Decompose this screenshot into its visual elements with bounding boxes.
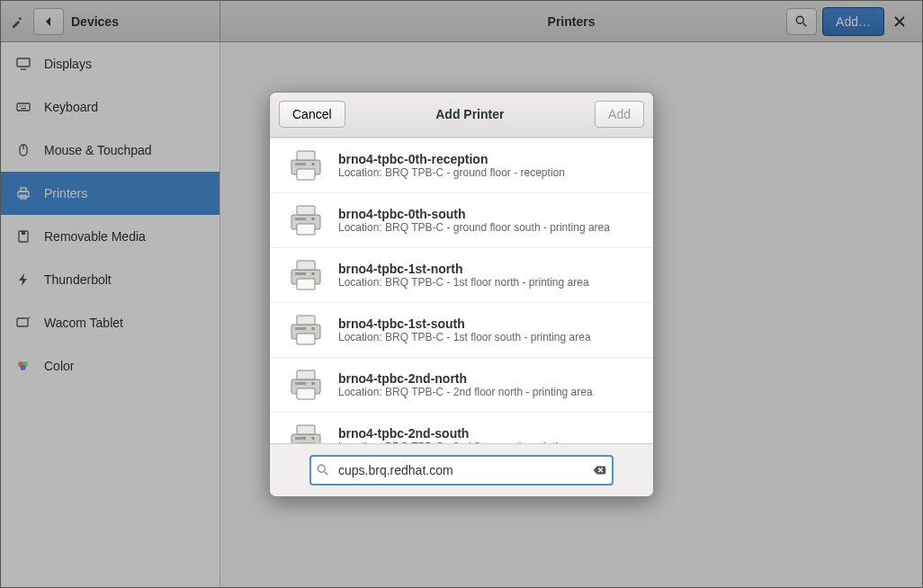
svg-rect-37 bbox=[297, 316, 315, 325]
svg-point-30 bbox=[311, 217, 315, 220]
add-confirm-button[interactable]: Add bbox=[595, 101, 644, 128]
svg-rect-27 bbox=[297, 206, 315, 215]
printer-name: brno4-tpbc-1st-south bbox=[338, 316, 637, 331]
svg-rect-29 bbox=[295, 218, 306, 220]
svg-rect-47 bbox=[297, 425, 315, 434]
svg-point-40 bbox=[311, 326, 315, 330]
svg-rect-43 bbox=[297, 388, 315, 399]
printer-location: Location: BRQ TPB-C - ground floor - rec… bbox=[338, 166, 637, 179]
printer-info: brno4-tpbc-0th-south Location: BRQ TPB-C… bbox=[338, 207, 637, 234]
svg-rect-23 bbox=[297, 169, 315, 180]
svg-rect-44 bbox=[295, 382, 306, 385]
search-icon bbox=[317, 464, 329, 477]
printer-info: brno4-tpbc-2nd-south Location: BRQ TPB-C… bbox=[338, 426, 637, 443]
svg-rect-39 bbox=[295, 327, 306, 330]
printer-info: brno4-tpbc-0th-reception Location: BRQ T… bbox=[338, 152, 637, 179]
printer-row[interactable]: brno4-tpbc-1st-south Location: BRQ TPB-C… bbox=[270, 303, 653, 358]
svg-line-52 bbox=[325, 471, 328, 475]
printer-row[interactable]: brno4-tpbc-2nd-south Location: BRQ TPB-C… bbox=[270, 413, 653, 443]
printer-row[interactable]: brno4-tpbc-1st-north Location: BRQ TPB-C… bbox=[270, 248, 653, 303]
printer-location: Location: BRQ TPB-C - ground floor south… bbox=[338, 221, 637, 234]
printer-row[interactable]: brno4-tpbc-2nd-north Location: BRQ TPB-C… bbox=[270, 358, 653, 413]
printer-info: brno4-tpbc-1st-north Location: BRQ TPB-C… bbox=[338, 262, 637, 289]
add-printer-dialog: Cancel Add Printer Add brno4-tpbc-0th-re… bbox=[269, 92, 654, 497]
svg-point-50 bbox=[311, 436, 315, 440]
dialog-header: Cancel Add Printer Add bbox=[270, 93, 653, 138]
printer-list[interactable]: brno4-tpbc-0th-reception Location: BRQ T… bbox=[270, 138, 653, 443]
printer-name: brno4-tpbc-2nd-north bbox=[338, 371, 637, 386]
svg-rect-28 bbox=[297, 224, 315, 235]
printer-info: brno4-tpbc-2nd-north Location: BRQ TPB-C… bbox=[338, 371, 637, 398]
svg-rect-22 bbox=[297, 151, 315, 160]
clear-icon[interactable] bbox=[592, 463, 606, 477]
printer-name: brno4-tpbc-0th-south bbox=[338, 207, 637, 221]
search-input[interactable] bbox=[309, 455, 614, 486]
modal-overlay: Cancel Add Printer Add brno4-tpbc-0th-re… bbox=[1, 1, 922, 587]
cancel-button[interactable]: Cancel bbox=[279, 101, 345, 128]
printer-row[interactable]: brno4-tpbc-0th-south Location: BRQ TPB-C… bbox=[270, 193, 653, 248]
svg-rect-49 bbox=[295, 437, 306, 440]
printer-location: Location: BRQ TPB-C - 1st floor north - … bbox=[338, 276, 637, 289]
svg-rect-42 bbox=[297, 370, 315, 379]
printer-name: brno4-tpbc-2nd-south bbox=[338, 426, 637, 441]
printer-device-icon bbox=[286, 146, 326, 185]
printer-device-icon bbox=[286, 255, 326, 295]
dialog-search-bar bbox=[270, 443, 653, 496]
svg-point-35 bbox=[311, 272, 315, 275]
svg-rect-24 bbox=[295, 163, 306, 165]
svg-point-51 bbox=[318, 465, 325, 472]
svg-rect-38 bbox=[297, 334, 315, 344]
printer-device-icon bbox=[286, 420, 326, 443]
svg-rect-33 bbox=[297, 279, 315, 290]
printer-device-icon bbox=[286, 200, 326, 240]
search-field bbox=[309, 455, 614, 486]
printer-device-icon bbox=[286, 310, 326, 350]
printer-row[interactable]: brno4-tpbc-0th-reception Location: BRQ T… bbox=[270, 138, 653, 193]
svg-rect-32 bbox=[297, 261, 315, 270]
printer-device-icon bbox=[286, 365, 326, 405]
svg-point-25 bbox=[311, 162, 315, 165]
dialog-title: Add Printer bbox=[435, 107, 504, 121]
svg-point-45 bbox=[311, 381, 315, 385]
printer-location: Location: BRQ TPB-C - 2nd floor north - … bbox=[338, 386, 637, 398]
printer-info: brno4-tpbc-1st-south Location: BRQ TPB-C… bbox=[338, 316, 637, 343]
printer-name: brno4-tpbc-0th-reception bbox=[338, 152, 637, 166]
printer-location: Location: BRQ TPB-C - 1st floor south - … bbox=[338, 331, 637, 343]
svg-rect-34 bbox=[295, 272, 306, 275]
printer-name: brno4-tpbc-1st-north bbox=[338, 262, 637, 276]
